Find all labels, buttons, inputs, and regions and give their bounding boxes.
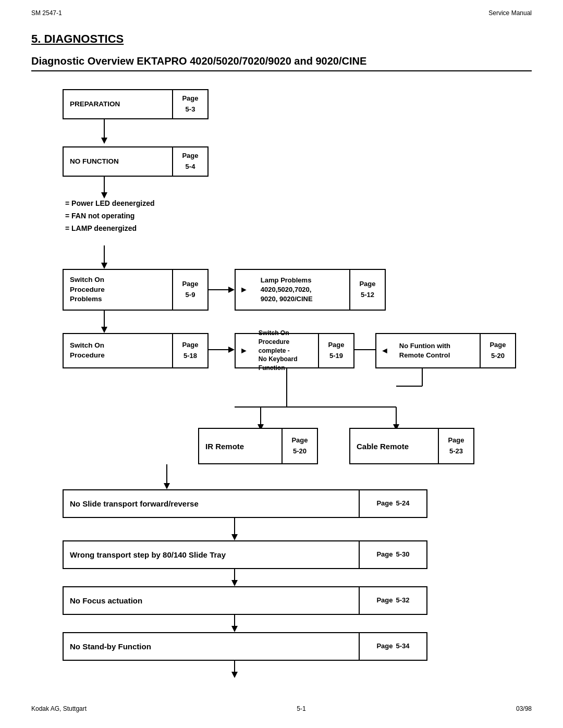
- switch-complete-page: Page 5-19: [318, 334, 353, 367]
- no-focus-box: No Focus actuation Page 5-32: [63, 586, 427, 615]
- footer-left: Kodak AG, Stuttgart: [31, 705, 87, 712]
- no-function-box: NO FUNCTION Page 5-4: [63, 146, 209, 177]
- sub-title: Diagnostic Overview EKTAPRO 4020/5020/70…: [31, 55, 532, 71]
- section-title: 5. DIAGNOSTICS: [31, 32, 532, 46]
- no-function-remote-label: No Funtion with Remote Control: [393, 334, 480, 367]
- svg-marker-31: [231, 672, 238, 678]
- no-function-page: Page 5-4: [172, 147, 207, 176]
- no-standby-label: No Stand-by Function: [64, 633, 359, 660]
- no-function-remote-box: ◄ No Funtion with Remote Control Page 5-…: [375, 333, 516, 368]
- header-left: SM 2547-1: [31, 9, 62, 17]
- page-footer: Kodak AG, Stuttgart 5-1 03/98: [0, 705, 563, 712]
- page-header: SM 2547-1 Service Manual: [0, 0, 563, 17]
- no-slide-page: Page 5-24: [359, 490, 426, 517]
- switch-on-procedure-page: Page 5-18: [172, 334, 207, 367]
- diagram-area: PREPARATION Page 5-3 NO FUNCTION Page 5-…: [31, 84, 532, 699]
- switch-complete-label: Switch On Procedure complete - No Keyboa…: [252, 334, 318, 367]
- wrong-transport-page: Page 5-30: [359, 541, 426, 568]
- ir-remote-label: IR Remote: [199, 429, 282, 463]
- switch-on-procedure-label: Switch On Procedure: [64, 334, 172, 367]
- preparation-box: PREPARATION Page 5-3: [63, 89, 209, 119]
- svg-marker-7: [228, 287, 235, 293]
- no-standby-box: No Stand-by Function Page 5-34: [63, 632, 427, 661]
- no-focus-page: Page 5-32: [359, 587, 426, 614]
- switch-on-problems-label: Switch On Procedure Problems: [64, 270, 172, 310]
- switch-on-problems-box: Switch On Procedure Problems Page 5-9: [63, 269, 209, 311]
- lamp-problems-label: Lamp Problems 4020,5020,7020, 9020, 9020…: [254, 270, 349, 310]
- switch-complete-box: ► Switch On Procedure complete - No Keyb…: [235, 333, 354, 368]
- svg-marker-1: [101, 138, 107, 144]
- header-right: Service Manual: [488, 9, 532, 17]
- svg-marker-25: [231, 534, 238, 540]
- ir-remote-box: IR Remote Page 5-20: [198, 428, 318, 464]
- lamp-problems-page: Page 5-12: [349, 270, 385, 310]
- cable-remote-label: Cable Remote: [350, 429, 438, 463]
- svg-marker-5: [101, 263, 107, 269]
- switch-on-procedure-box: Switch On Procedure Page 5-18: [63, 333, 209, 368]
- no-standby-page: Page 5-34: [359, 633, 426, 660]
- no-slide-label: No Slide transport forward/reverse: [64, 490, 359, 517]
- no-function-remote-page: Page 5-20: [480, 334, 515, 367]
- switch-on-problems-page: Page 5-9: [172, 270, 207, 310]
- no-focus-label: No Focus actuation: [64, 587, 359, 614]
- footer-center: 5-1: [297, 705, 305, 712]
- preparation-page: Page 5-3: [172, 90, 207, 118]
- svg-marker-9: [101, 327, 107, 333]
- svg-marker-29: [231, 626, 238, 632]
- wrong-transport-box: Wrong transport step by 80/140 Slide Tra…: [63, 540, 427, 569]
- svg-marker-11: [228, 347, 235, 353]
- cable-remote-box: Cable Remote Page 5-23: [349, 428, 474, 464]
- svg-marker-23: [164, 483, 170, 489]
- notes-text: = Power LED deenergized = FAN not operat…: [65, 198, 155, 235]
- footer-right: 03/98: [516, 705, 532, 712]
- lamp-problems-box: ► Lamp Problems 4020,5020,7020, 9020, 90…: [235, 269, 386, 311]
- no-slide-box: No Slide transport forward/reverse Page …: [63, 489, 427, 518]
- cable-remote-page: Page 5-23: [438, 429, 473, 463]
- no-function-label: NO FUNCTION: [64, 147, 172, 176]
- preparation-label: PREPARATION: [64, 90, 172, 118]
- ir-remote-page: Page 5-20: [282, 429, 317, 463]
- page-content: 5. DIAGNOSTICS Diagnostic Overview EKTAP…: [0, 17, 563, 720]
- wrong-transport-label: Wrong transport step by 80/140 Slide Tra…: [64, 541, 359, 568]
- svg-marker-27: [231, 580, 238, 586]
